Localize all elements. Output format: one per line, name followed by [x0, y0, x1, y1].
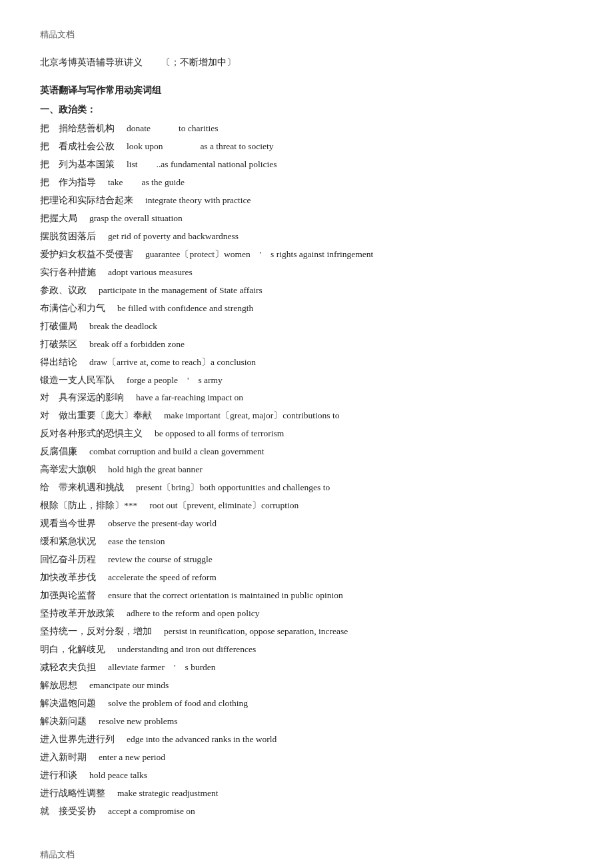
- list-item: 锻造一支人民军队 forge a people ' s army: [40, 372, 573, 389]
- entry-zh: 把握大局: [40, 213, 77, 223]
- list-item: 加强舆论监督 ensure that the correct orientati…: [40, 588, 573, 604]
- list-item: 解决温饱问题 solve the problem of food and clo…: [40, 695, 573, 712]
- entry-zh: 对 具有深远的影响: [40, 392, 124, 402]
- list-item: 缓和紧急状况 ease the tension: [40, 534, 573, 550]
- list-item: 给 带来机遇和挑战 present〔bring〕both opportuniti…: [40, 480, 573, 496]
- list-item: 得出结论 draw〔arrive at, come to reach〕a con…: [40, 354, 573, 371]
- list-item: 打破僵局 break the deadlock: [40, 318, 573, 335]
- entry-en: adopt various measures: [99, 267, 193, 277]
- entry-en: enter a new period: [89, 752, 165, 762]
- list-item: 把握大局 grasp the overall situation: [40, 211, 573, 227]
- entry-zh: 进行战略性调整: [40, 788, 105, 798]
- entry-en: get rid of poverty and backwardness: [99, 231, 239, 241]
- header-line2: 英语翻译与写作常用动宾词组: [40, 82, 573, 99]
- entry-zh: 布满信心和力气: [40, 303, 105, 313]
- entry-en: be filled with confidence and strength: [108, 303, 253, 313]
- list-item: 进行和谈 hold peace talks: [40, 767, 573, 784]
- list-item: 高举宏大旗帜 hold high the great banner: [40, 462, 573, 478]
- entry-en: present〔bring〕both opportunities and cha…: [127, 482, 330, 492]
- list-item: 反腐倡廉 combat corruption and build a clean…: [40, 444, 573, 460]
- entry-en: draw〔arrive at, come to reach〕a conclusi…: [80, 357, 256, 367]
- entry-zh: 坚持改革开放政策: [40, 608, 115, 618]
- list-item: 把 看成社会公敌 look upon as a threat to societ…: [40, 139, 573, 155]
- entry-en: list ..as fundamental national policies: [117, 159, 277, 169]
- list-item: 进入世界先进行列 edge into the advanced ranks in…: [40, 731, 573, 748]
- list-item: 布满信心和力气 be filled with confidence and st…: [40, 300, 573, 317]
- entry-en: observe the present-day world: [99, 518, 217, 528]
- entries-list: 把 捐给慈善机构 donate to charities把 看成社会公敌 loo…: [40, 121, 573, 820]
- list-item: 坚持改革开放政策 adhere to the reform and open p…: [40, 606, 573, 622]
- entry-en: have a far-reaching impact on: [127, 392, 243, 402]
- entry-en: donate to charities: [117, 123, 219, 133]
- list-item: 就 接受妥协 accept a compromise on: [40, 803, 573, 820]
- entry-en: make important〔great, major〕contribution…: [155, 410, 339, 420]
- list-item: 摆脱贫困落后 get rid of poverty and backwardne…: [40, 228, 573, 245]
- entry-en: break the deadlock: [80, 321, 157, 331]
- list-item: 观看当今世界 observe the present-day world: [40, 516, 573, 532]
- entry-zh: 根除〔防止，排除〕***: [40, 500, 137, 510]
- entry-zh: 给 带来机遇和挑战: [40, 482, 124, 492]
- list-item: 进行战略性调整 make strategic readjustment: [40, 785, 573, 802]
- entry-zh: 打破禁区: [40, 339, 77, 349]
- list-item: 减轻农夫负担 alleviate farmer ' s burden: [40, 659, 573, 676]
- watermark-top: 精品文档: [40, 27, 573, 42]
- entry-en: edge into the advanced ranks in the worl…: [117, 734, 277, 744]
- entry-zh: 参政、议政: [40, 285, 87, 295]
- entry-zh: 锻造一支人民军队: [40, 375, 115, 385]
- entry-zh: 就 接受妥协: [40, 806, 96, 816]
- entry-en: make strategic readjustment: [108, 788, 218, 798]
- entry-en: accept a compromise on: [99, 806, 195, 816]
- entry-en: break off a forbidden zone: [80, 339, 185, 349]
- entry-en: ease the tension: [99, 536, 165, 546]
- entry-en: understanding and iron out differences: [108, 644, 256, 654]
- entry-zh: 进入新时期: [40, 752, 87, 762]
- entry-zh: 摆脱贫困落后: [40, 231, 96, 241]
- entry-en: integrate theory with practice: [136, 195, 251, 205]
- entry-en: review the course of struggle: [99, 554, 213, 564]
- list-item: 回忆奋斗历程 review the course of struggle: [40, 552, 573, 568]
- entry-zh: 观看当今世界: [40, 518, 96, 528]
- entry-en: hold peace talks: [80, 770, 147, 780]
- entry-zh: 解决温饱问题: [40, 698, 96, 708]
- list-item: 明白，化解歧见 understanding and iron out diffe…: [40, 642, 573, 658]
- entry-en: root out〔prevent, eliminate〕corruption: [140, 500, 299, 510]
- entry-zh: 回忆奋斗历程: [40, 554, 96, 564]
- entry-en: be opposed to all forms of terrorism: [145, 428, 284, 438]
- entry-zh: 把 捐给慈善机构: [40, 123, 115, 133]
- entry-en: solve the problem of food and clothing: [99, 698, 248, 708]
- list-item: 参政、议政 participate in the management of S…: [40, 282, 573, 299]
- list-item: 反对各种形式的恐惧主义 be opposed to all forms of t…: [40, 426, 573, 442]
- entry-en: combat corruption and build a clean gove…: [80, 446, 264, 456]
- entry-en: participate in the management of State a…: [89, 285, 263, 295]
- entry-zh: 加快改革步伐: [40, 572, 96, 582]
- list-item: 对 做出重要〔庞大〕奉献 make important〔great, major…: [40, 408, 573, 424]
- list-item: 加快改革步伐 accelerate the speed of reform: [40, 570, 573, 586]
- list-item: 对 具有深远的影响 have a far-reaching impact on: [40, 390, 573, 406]
- entry-zh: 加强舆论监督: [40, 590, 96, 600]
- list-item: 把理论和实际结合起来 integrate theory with practic…: [40, 193, 573, 209]
- entry-en: persist in reunification, oppose separat…: [155, 626, 348, 636]
- entry-en: hold high the great banner: [99, 464, 203, 474]
- entry-zh: 实行各种措施: [40, 267, 96, 277]
- entry-zh: 进入世界先进行列: [40, 734, 115, 744]
- list-item: 坚持统一，反对分裂，增加 persist in reunification, o…: [40, 624, 573, 640]
- header-line1: 北京考博英语辅导班讲义 〔；不断增加中〕: [40, 54, 573, 71]
- list-item: 把 捐给慈善机构 donate to charities: [40, 121, 573, 137]
- list-item: 解放思想 emancipate our minds: [40, 677, 573, 694]
- entry-zh: 把 看成社会公敌: [40, 141, 115, 151]
- entry-en: take as the guide: [99, 177, 185, 187]
- entry-zh: 解放思想: [40, 680, 77, 690]
- entry-en: adhere to the reform and open policy: [117, 608, 259, 618]
- entry-zh: 明白，化解歧见: [40, 644, 105, 654]
- entry-zh: 高举宏大旗帜: [40, 464, 96, 474]
- entry-en: grasp the overall situation: [80, 213, 183, 223]
- entry-en: look upon as a threat to society: [117, 141, 274, 151]
- entry-en: guarantee〔protect〕women ' s rights again…: [136, 249, 373, 259]
- entry-zh: 对 做出重要〔庞大〕奉献: [40, 410, 152, 420]
- entry-zh: 反腐倡廉: [40, 446, 77, 456]
- entry-zh: 进行和谈: [40, 770, 77, 780]
- category-title: 一、政治类：: [40, 101, 573, 118]
- list-item: 爱护妇女权益不受侵害 guarantee〔protect〕women ' s r…: [40, 246, 573, 263]
- entry-en: forge a people ' s army: [117, 375, 223, 385]
- entry-zh: 坚持统一，反对分裂，增加: [40, 626, 152, 636]
